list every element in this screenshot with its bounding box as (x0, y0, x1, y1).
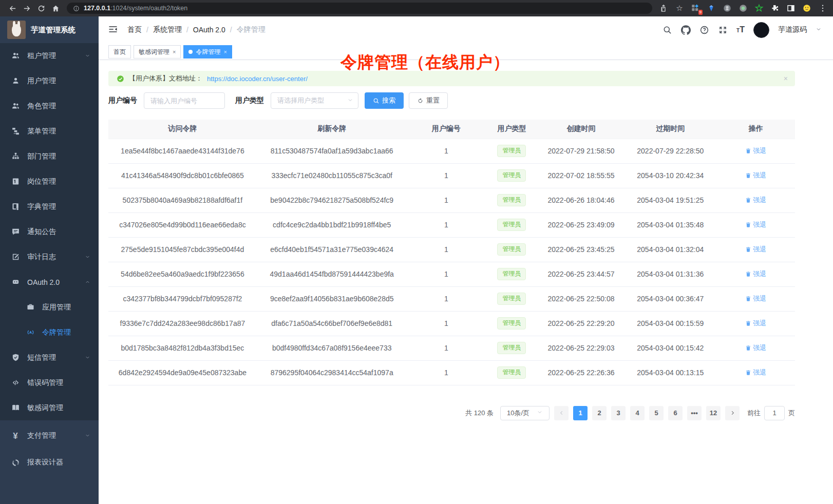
page-button-2[interactable]: 2 (592, 406, 607, 420)
force-logout-button[interactable]: 强退 (745, 171, 766, 180)
home-icon[interactable] (48, 2, 63, 15)
cell-refresh-value: e6cfd40eb1f54571a31e775e039c4624 (270, 245, 393, 254)
collapse-sidebar-icon[interactable] (108, 24, 119, 35)
sidebar-item-8[interactable]: 通知公告 (0, 219, 99, 244)
alert-doc-link[interactable]: https://doc.iocoder.cn/user-center/ (207, 75, 308, 83)
sidebar-item-5[interactable]: 部门管理 (0, 144, 99, 169)
sidebar-item-label: 菜单管理 (27, 127, 56, 136)
cell-refresh-value: 9ce8ef2aa9f14056b831ae9b608e28d5 (270, 295, 394, 303)
cell-created: 2022-07-02 18:55:55 (538, 163, 624, 188)
search-icon[interactable] (662, 25, 672, 35)
logo[interactable]: 芋道管理系统 (0, 16, 99, 43)
page-button-5[interactable]: 5 (649, 406, 664, 420)
tab-2[interactable]: 敏感词管理× (134, 45, 181, 59)
force-logout-button[interactable]: 强退 (745, 294, 766, 303)
forward-icon[interactable] (20, 2, 34, 15)
reload-icon[interactable] (34, 2, 48, 15)
force-logout-button[interactable]: 强退 (745, 368, 766, 377)
sidebar-item-14[interactable]: 错误码管理 (0, 370, 99, 395)
sidebar-item-9[interactable]: 审计日志 (0, 244, 99, 269)
cell-user-type: 管理员 (485, 188, 538, 212)
github-icon[interactable] (681, 25, 691, 35)
prev-page-button[interactable] (554, 406, 569, 420)
browser-menu-icon[interactable] (818, 3, 828, 13)
sidebar-item-label: 敏感词管理 (27, 403, 63, 413)
help-icon[interactable] (699, 25, 709, 35)
roles-users-icon (11, 102, 20, 111)
page-button-4[interactable]: 4 (630, 406, 645, 420)
alert-close-icon[interactable]: × (784, 74, 788, 83)
sidebar-item-label: OAuth 2.0 (27, 278, 60, 286)
column-header: 过期时间 (624, 120, 716, 139)
alert-text: 【用户体系】文档地址： (129, 74, 202, 83)
tab-close-icon[interactable]: × (223, 49, 226, 55)
force-logout-button[interactable]: 强退 (745, 319, 766, 328)
force-logout-button[interactable]: 强退 (745, 146, 766, 156)
sidebar-item-2[interactable]: 用户管理 (0, 68, 99, 93)
breadcrumb-item[interactable]: 首页 (127, 25, 142, 34)
cell-expires-value: 2022-07-29 22:28:50 (637, 147, 704, 155)
tab-1[interactable]: 首页 (108, 45, 131, 59)
extension-grid-icon[interactable]: 9 (690, 3, 701, 13)
sidebar-item-11[interactable]: 应用管理 (0, 295, 99, 320)
avatar[interactable] (753, 22, 769, 38)
split-screen-extension-icon[interactable] (786, 3, 796, 13)
sidebar-item-7[interactable]: 字典管理 (0, 194, 99, 219)
user-type-badge: 管理员 (497, 317, 526, 329)
page-button-12[interactable]: 12 (706, 406, 721, 420)
share-icon[interactable] (658, 3, 669, 13)
gem-extension-icon[interactable] (706, 3, 716, 13)
force-logout-button[interactable]: 强退 (745, 220, 766, 229)
cell-expires: 2022-07-29 22:28:50 (624, 139, 716, 163)
user-menu-caret-icon[interactable] (816, 25, 822, 34)
record-extension-icon[interactable] (738, 3, 748, 13)
force-logout-button[interactable]: 强退 (745, 245, 766, 254)
page-button-3[interactable]: 3 (611, 406, 626, 420)
reset-button[interactable]: 重置 (409, 92, 448, 109)
force-logout-button[interactable]: 强退 (745, 196, 766, 205)
search-button[interactable]: 搜索 (365, 92, 404, 109)
sidebar-item-15[interactable]: 敏感词管理 (0, 395, 99, 420)
page-size-select[interactable]: 10条/页 (500, 406, 550, 420)
user-name[interactable]: 芋道源码 (778, 25, 807, 34)
puzzle-extension-icon[interactable] (770, 3, 780, 13)
user-type-select[interactable]: 请选择用户类型 (271, 92, 358, 109)
user-type-label: 用户类型 (235, 96, 264, 105)
sidebar-item-4[interactable]: 菜单管理 (0, 119, 99, 144)
goto-page-input[interactable] (764, 406, 785, 420)
sidebar-item-10[interactable]: OAuth 2.0 (0, 269, 99, 295)
cell-refresh: 49d1aa46d1454fbd87591444423be9fa (257, 262, 407, 286)
address-bar[interactable]: 127.0.0.1:1024/system/oauth2/token (67, 3, 652, 14)
page-ellipsis-button[interactable]: ••• (687, 406, 702, 420)
tab-3[interactable]: 令牌管理× (183, 45, 232, 59)
cell-created-value: 2022-06-25 22:50:08 (548, 295, 615, 303)
sidebar-item-16[interactable]: ¥支付管理 (0, 422, 99, 449)
sidebar-item-17[interactable]: 报表设计器 (0, 449, 99, 476)
user-id-input[interactable] (144, 92, 225, 109)
page-button-6[interactable]: 6 (668, 406, 683, 420)
fullscreen-icon[interactable] (718, 25, 728, 35)
green-star-extension-icon[interactable] (754, 3, 764, 13)
page-info-icon[interactable] (73, 5, 80, 12)
bookmark-star-icon[interactable]: ☆ (674, 3, 685, 13)
tab-close-icon[interactable]: × (173, 49, 176, 55)
sidebar-item-12[interactable]: 令牌管理 (0, 320, 99, 345)
force-logout-button[interactable]: 强退 (745, 343, 766, 353)
cell-access: b0d1785bc3a8482f812db4a3f3bd15ec (108, 336, 257, 360)
sidebar-item-13[interactable]: 短信管理 (0, 345, 99, 370)
command-extension-icon[interactable] (722, 3, 732, 13)
sidebar-item-6[interactable]: 岗位管理 (0, 169, 99, 194)
page-button-1[interactable]: 1 (573, 406, 588, 420)
cell-expires: 2054-03-04 19:51:25 (624, 188, 716, 212)
cell-refresh: 9ce8ef2aa9f14056b831ae9b608e28d5 (257, 286, 407, 311)
cell-refresh-value: dfa6c71a50a54c66bef706ef9e6e8d81 (271, 319, 392, 327)
font-size-icon[interactable]: TT (736, 25, 745, 34)
back-icon[interactable] (5, 2, 20, 15)
profile-emoji-icon[interactable] (802, 3, 812, 13)
next-page-button[interactable] (725, 406, 740, 420)
force-logout-button[interactable]: 强退 (745, 269, 766, 279)
sidebar-item-1[interactable]: 租户管理 (0, 43, 99, 68)
sidebar-item-3[interactable]: 角色管理 (0, 93, 99, 119)
breadcrumb-item[interactable]: OAuth 2.0 (193, 26, 225, 34)
breadcrumb-item[interactable]: 系统管理 (153, 25, 182, 34)
